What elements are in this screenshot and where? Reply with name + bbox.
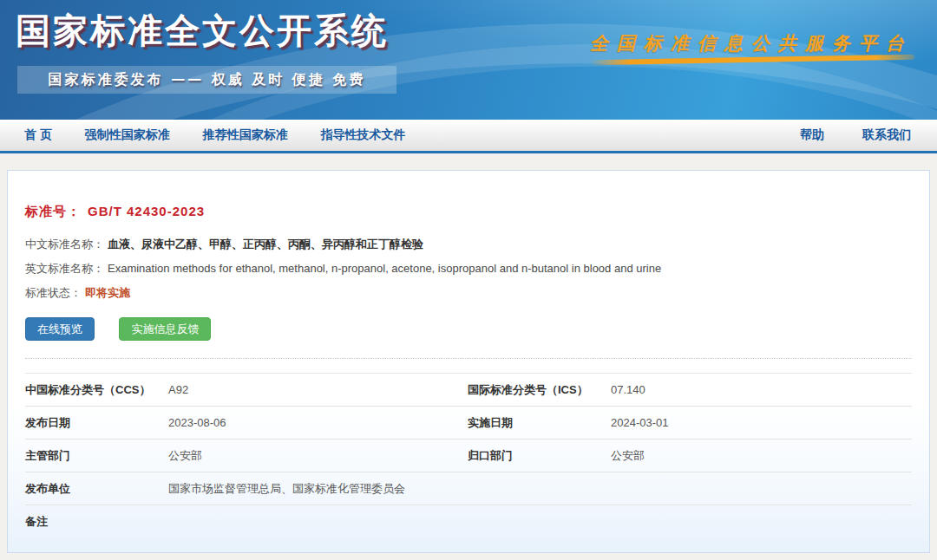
brush-underline [590, 55, 914, 66]
header-slogan: 国家标准委发布 —— 权威 及时 便捷 免费 [17, 66, 396, 94]
en-name-label: 英文标准名称： [25, 262, 104, 275]
row-remarks: 备注 [25, 505, 912, 537]
field-value: 2024-03-01 [611, 416, 912, 429]
status-line: 标准状态：即将实施 [25, 281, 912, 305]
cn-name-line: 中文标准名称：血液、尿液中乙醇、甲醇、正丙醇、丙酮、异丙醇和正丁醇检验 [25, 232, 912, 257]
field-label: 中国标准分类号（CCS） [25, 382, 168, 398]
standard-meta: 中文标准名称：血液、尿液中乙醇、甲醇、正丙醇、丙酮、异丙醇和正丁醇检验 英文标准… [25, 232, 912, 305]
field-value: A92 [168, 383, 468, 396]
row-publisher: 发布单位 国家市场监督管理总局、国家标准化管理委员会 [25, 472, 912, 505]
standard-number-value: GB/T 42430-2023 [88, 204, 205, 218]
implementation-feedback-button[interactable]: 实施信息反馈 [119, 317, 211, 341]
field-value: 2023-08-06 [168, 416, 468, 429]
nav-item-guiding-documents[interactable]: 指导性技术文件 [321, 127, 406, 141]
header-banner: 国家标准全文公开系统 国家标准委发布 —— 权威 及时 便捷 免费 全国标准信息… [0, 0, 937, 120]
main-nav: 首 页 强制性国家标准 推荐性国家标准 指导性技术文件 帮助 联系我们 [0, 120, 937, 153]
nav-right-group: 帮助 联系我们 [800, 127, 937, 143]
field-label: 实施日期 [468, 415, 611, 431]
standard-detail-card: 标准号：GB/T 42430-2023 中文标准名称：血液、尿液中乙醇、甲醇、正… [7, 170, 930, 553]
field-label: 备注 [25, 514, 168, 530]
nav-item-recommended-standards[interactable]: 推荐性国家标准 [203, 127, 288, 141]
field-value: 公安部 [168, 448, 468, 464]
cn-name-value: 血液、尿液中乙醇、甲醇、正丙醇、丙酮、异丙醇和正丁醇检验 [108, 238, 423, 251]
nav-left-group: 首 页 强制性国家标准 推荐性国家标准 指导性技术文件 [0, 127, 406, 143]
field-label: 发布单位 [25, 481, 168, 497]
button-row: 在线预览 实施信息反馈 [25, 317, 912, 341]
platform-link[interactable]: 全国标准信息公共服务平台 [590, 31, 913, 55]
nav-contact[interactable]: 联系我们 [862, 127, 911, 141]
field-label: 主管部门 [25, 448, 168, 464]
site-title: 国家标准全文公开系统 [16, 7, 389, 55]
online-preview-button[interactable]: 在线预览 [25, 317, 95, 341]
status-badge: 即将实施 [85, 286, 130, 299]
en-name-line: 英文标准名称：Examination methods for ethanol, … [25, 257, 912, 281]
nav-help[interactable]: 帮助 [800, 127, 824, 141]
nav-item-mandatory-standards[interactable]: 强制性国家标准 [85, 127, 170, 141]
row-departments: 主管部门 公安部 归口部门 公安部 [25, 439, 912, 472]
dotted-divider [25, 358, 912, 359]
row-dates: 发布日期 2023-08-06 实施日期 2024-03-01 [25, 406, 912, 439]
field-label: 国际标准分类号（ICS） [468, 382, 611, 398]
status-label: 标准状态： [25, 286, 82, 299]
standard-number-label: 标准号： [25, 204, 81, 218]
cn-name-label: 中文标准名称： [25, 238, 104, 251]
field-value: 07.140 [611, 383, 912, 396]
field-value: 公安部 [611, 448, 912, 464]
page: 国家标准全文公开系统 国家标准委发布 —— 权威 及时 便捷 免费 全国标准信息… [0, 0, 937, 560]
standard-number: 标准号：GB/T 42430-2023 [25, 171, 912, 220]
standard-info-table: 中国标准分类号（CCS） A92 国际标准分类号（ICS） 07.140 发布日… [25, 373, 912, 537]
field-label: 归口部门 [468, 448, 611, 464]
content-area: 标准号：GB/T 42430-2023 中文标准名称：血液、尿液中乙醇、甲醇、正… [0, 153, 937, 560]
field-value: 国家市场监督管理总局、国家标准化管理委员会 [168, 481, 912, 497]
row-classification: 中国标准分类号（CCS） A92 国际标准分类号（ICS） 07.140 [25, 373, 912, 406]
nav-item-home[interactable]: 首 页 [24, 127, 52, 141]
en-name-value: Examination methods for ethanol, methano… [108, 262, 661, 275]
field-label: 发布日期 [25, 415, 168, 431]
